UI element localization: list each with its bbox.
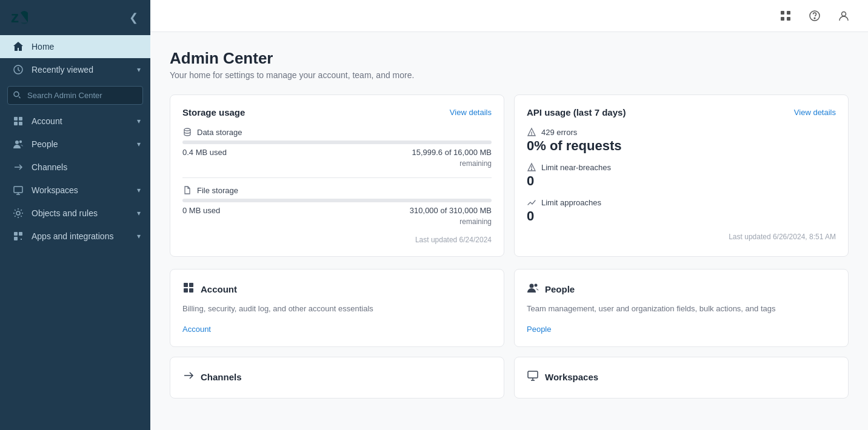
limit-near-breaches-value: 0: [527, 173, 836, 189]
data-storage-remaining-suffix: remaining: [182, 159, 492, 168]
data-storage-bar: [182, 141, 492, 144]
search-section: [0, 81, 150, 110]
data-storage-label: Data storage: [182, 127, 492, 137]
topbar: [150, 0, 868, 32]
info-card-people-desc: Team management, user and organization f…: [527, 303, 836, 315]
api-usage-card: API usage (last 7 days) View details 429…: [514, 94, 849, 257]
svg-rect-6: [19, 122, 22, 125]
info-card-workspaces: Workspaces: [514, 357, 849, 399]
user-profile-button[interactable]: [834, 6, 853, 25]
svg-rect-12: [19, 232, 22, 236]
sidebar-item-channels[interactable]: Channels: [0, 156, 150, 179]
svg-rect-17: [781, 17, 784, 21]
file-storage-remaining-label: 310,000 of 310,000 MB: [410, 206, 492, 215]
clock-icon: [10, 64, 27, 75]
sidebar-item-people[interactable]: People ▾: [0, 133, 150, 156]
file-storage-used: 0 MB used: [182, 206, 220, 215]
objects-rules-chevron: ▾: [137, 209, 141, 217]
svg-rect-25: [189, 283, 193, 287]
info-card-account: Account Billing, security, audit log, an…: [170, 269, 504, 347]
svg-point-23: [532, 170, 532, 170]
objects-rules-icon: [10, 208, 27, 219]
apps-integrations-icon: [10, 231, 27, 242]
svg-point-28: [530, 284, 534, 288]
file-storage-bar: [182, 199, 492, 202]
sidebar-item-label-channels: Channels: [32, 162, 141, 172]
sidebar-item-workspaces[interactable]: Workspaces ▾: [0, 179, 150, 202]
info-card-channels-header: Channels: [182, 369, 492, 385]
info-card-channels-icon: [182, 369, 195, 385]
storage-card-title: Storage usage: [182, 107, 245, 117]
svg-point-20: [814, 18, 815, 19]
file-storage-remaining-suffix: remaining: [182, 217, 492, 226]
limit-near-breaches-label: Limit near-breaches: [527, 162, 836, 172]
page-title: Admin Center: [170, 49, 849, 68]
info-card-account-desc: Billing, security, audit log, and other …: [182, 303, 492, 315]
search-input[interactable]: [7, 86, 143, 105]
account-icon: [10, 116, 27, 127]
svg-point-22: [184, 128, 190, 131]
svg-rect-26: [184, 288, 188, 293]
storage-view-details-link[interactable]: View details: [450, 108, 492, 117]
file-storage-text: File storage: [197, 186, 238, 195]
svg-rect-27: [189, 288, 193, 293]
svg-rect-24: [184, 283, 188, 287]
error-icon: [527, 127, 536, 137]
recently-viewed-chevron: ▾: [137, 65, 141, 74]
svg-point-21: [842, 12, 846, 16]
api-last-updated: Last updated 6/26/2024, 8:51 AM: [527, 233, 836, 241]
svg-rect-11: [14, 232, 18, 236]
sidebar-item-label-people: People: [32, 139, 137, 149]
sidebar-item-apps-and-integrations[interactable]: Apps and integrations ▾: [0, 225, 150, 248]
page-content: Admin Center Your home for settings to m…: [150, 32, 868, 415]
people-icon: [10, 139, 27, 150]
sidebar-item-recently-viewed[interactable]: Recently viewed ▾: [0, 58, 150, 81]
sidebar-item-objects-and-rules[interactable]: Objects and rules ▾: [0, 202, 150, 225]
collapse-sidebar-button[interactable]: ❮: [127, 8, 141, 27]
storage-last-updated: Last updated 6/24/2024: [182, 236, 492, 244]
limit-approaches-value: 0: [527, 208, 836, 224]
file-storage-label: File storage: [182, 185, 492, 195]
svg-rect-16: [787, 11, 790, 15]
trending-icon: [527, 197, 536, 207]
sidebar-item-label-objects-and-rules: Objects and rules: [32, 208, 137, 218]
svg-point-7: [15, 141, 19, 144]
database-icon: [182, 127, 192, 137]
svg-rect-5: [14, 122, 18, 125]
data-storage-details: 0.4 MB used 15,999.6 of 16,000 MB: [182, 148, 492, 157]
workspaces-icon: [10, 185, 27, 196]
sidebar-item-account[interactable]: Account ▾: [0, 110, 150, 133]
api-view-details-link[interactable]: View details: [794, 108, 836, 117]
file-storage-details: 0 MB used 310,000 of 310,000 MB: [182, 206, 492, 215]
account-chevron: ▾: [137, 117, 141, 125]
zendesk-logo: z: [10, 9, 39, 26]
svg-text:z: z: [11, 9, 19, 26]
data-storage-text: Data storage: [197, 128, 242, 137]
info-card-account-link[interactable]: Account: [182, 325, 211, 334]
sidebar-logo-area: z ❮: [0, 0, 150, 35]
limit-near-breaches-stat: Limit near-breaches 0: [527, 162, 836, 189]
sidebar-item-home[interactable]: Home: [0, 35, 150, 58]
info-card-people-link[interactable]: People: [527, 325, 551, 334]
home-icon: [10, 41, 27, 52]
apps-integrations-chevron: ▾: [137, 232, 141, 240]
channels-icon: [10, 162, 27, 173]
svg-rect-4: [19, 117, 22, 121]
warning-icon: [527, 162, 536, 172]
metrics-cards-row: Storage usage View details Data storage …: [170, 94, 849, 257]
storage-divider: [182, 177, 492, 178]
svg-rect-18: [787, 17, 790, 21]
storage-card-header: Storage usage View details: [182, 107, 492, 117]
sidebar-item-label-workspaces: Workspaces: [32, 185, 137, 195]
svg-rect-14: [21, 239, 22, 240]
info-card-workspaces-icon: [527, 369, 539, 385]
grid-apps-button[interactable]: [776, 6, 795, 25]
file-icon: [182, 185, 192, 195]
info-card-people-icon: [527, 282, 539, 297]
api-errors-stat: 429 errors 0% of requests: [527, 127, 836, 154]
storage-usage-card: Storage usage View details Data storage …: [170, 94, 504, 257]
svg-rect-13: [14, 237, 18, 240]
api-requests-value: 0% of requests: [527, 138, 836, 154]
info-cards-grid: Account Billing, security, audit log, an…: [170, 269, 849, 399]
help-button[interactable]: [805, 6, 824, 25]
